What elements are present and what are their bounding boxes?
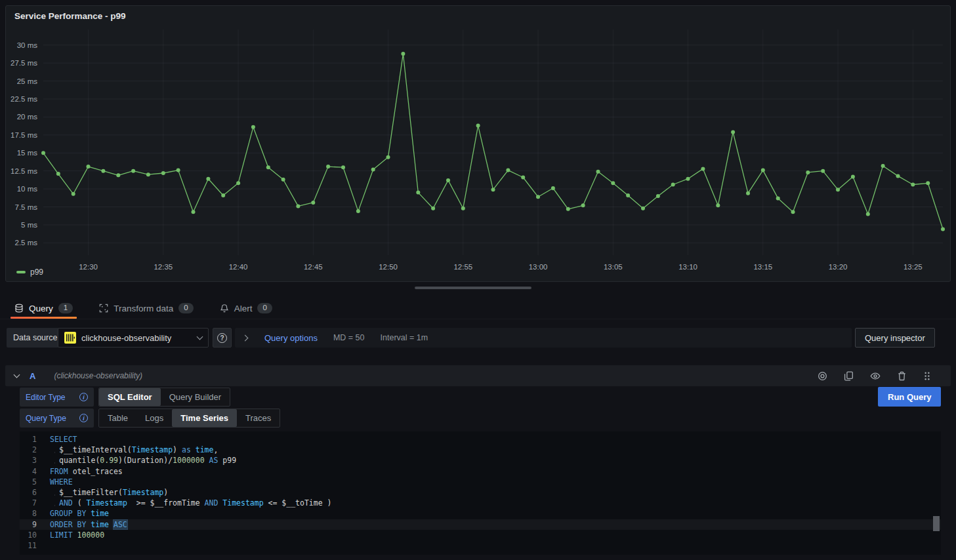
- tab-query[interactable]: Query 1: [10, 298, 77, 319]
- code-line-8[interactable]: 8GROUP BY time: [20, 508, 941, 519]
- radio-option-sql-editor[interactable]: SQL Editor: [99, 388, 161, 406]
- max-data-points-value: MD = 50: [333, 333, 365, 342]
- record-circle-icon[interactable]: [818, 371, 827, 381]
- bell-icon: [220, 304, 229, 313]
- chevron-right-icon[interactable]: [242, 334, 249, 341]
- tab-alert[interactable]: Alert 0: [216, 298, 276, 319]
- code-line-5[interactable]: 5WHERE: [20, 477, 941, 487]
- query-options-toggle[interactable]: Query options: [264, 333, 318, 343]
- data-point: [521, 176, 525, 180]
- trash-icon[interactable]: [897, 371, 907, 381]
- editor-scrollbar-thumb[interactable]: [933, 516, 940, 531]
- code-line-2[interactable]: 2$__timeInterval(Timestamp) as time,: [20, 445, 941, 455]
- data-point: [566, 207, 570, 211]
- eye-icon[interactable]: [870, 371, 881, 381]
- data-point: [626, 193, 630, 197]
- data-point: [177, 169, 180, 172]
- query-row-header[interactable]: A (clickhouse-observability): [5, 365, 951, 386]
- timeseries-chart[interactable]: 2.5 ms5 ms7.5 ms10 ms12.5 ms15 ms17.5 ms…: [6, 27, 949, 271]
- radio-option-query-builder[interactable]: Query Builder: [161, 388, 230, 406]
- copy-query-icon[interactable]: [844, 371, 854, 381]
- x-axis-tick-label: 13:00: [529, 263, 548, 271]
- datasource-help-button[interactable]: ?: [213, 328, 232, 348]
- y-axis-tick-label: 25 ms: [17, 77, 38, 85]
- data-point: [836, 188, 840, 191]
- line-number: 9: [20, 519, 37, 530]
- editor-tabs: Query 1 Transform data 0 Alert: [0, 298, 956, 319]
- code-line-4[interactable]: 4FROM otel_traces: [20, 466, 941, 477]
- data-point: [371, 168, 375, 172]
- data-point: [341, 165, 345, 169]
- radio-option-time-series[interactable]: Time Series: [172, 409, 237, 427]
- tab-transform-label: Transform data: [114, 304, 173, 313]
- data-point: [491, 188, 495, 191]
- x-axis-tick-label: 12:45: [304, 263, 323, 271]
- panel-title: Service Performance - p99: [6, 6, 950, 21]
- code-token: SELECT: [50, 435, 77, 444]
- chart-canvas[interactable]: 2.5 ms5 ms7.5 ms10 ms12.5 ms15 ms17.5 ms…: [6, 27, 949, 271]
- code-line-3[interactable]: 3quantile(0.99)(Duration)/1000000 AS p99: [20, 455, 941, 466]
- data-point: [72, 192, 75, 196]
- code-token: as: [182, 445, 191, 454]
- radio-option-traces[interactable]: Traces: [237, 409, 280, 427]
- code-token: 0.99: [100, 456, 118, 465]
- code-token: Timestamp: [132, 445, 173, 454]
- data-point: [386, 155, 390, 159]
- query-type-radio-group: TableLogsTime SeriesTraces: [98, 409, 280, 428]
- code-token: WHERE: [50, 477, 73, 487]
- drag-handle-icon[interactable]: [923, 371, 931, 381]
- data-point: [881, 164, 885, 168]
- y-axis-tick-label: 27.5 ms: [10, 59, 37, 67]
- editor-type-field-label: Editor Type i: [20, 388, 94, 407]
- data-point: [431, 207, 435, 210]
- radio-option-table[interactable]: Table: [99, 409, 136, 427]
- code-token: GROUP BY: [50, 509, 86, 518]
- query-inspector-button[interactable]: Query inspector: [855, 328, 935, 348]
- query-datasource-hint: (clickhouse-observability): [54, 371, 142, 380]
- datasource-picker[interactable]: clickhouse-observability: [58, 328, 209, 348]
- code-token: time: [91, 520, 109, 529]
- code-token: [109, 520, 114, 529]
- line-number: 5: [20, 477, 37, 487]
- run-query-button[interactable]: Run Query: [878, 387, 941, 407]
- line-number: 10: [20, 530, 37, 540]
- code-line-9[interactable]: 9ORDER BY time ASC: [20, 519, 941, 530]
- chart-legend[interactable]: p99: [16, 268, 43, 277]
- question-circle-icon: ?: [217, 333, 227, 343]
- data-point: [671, 183, 675, 187]
- data-point: [791, 210, 795, 214]
- data-point: [896, 174, 900, 178]
- info-icon[interactable]: i: [79, 393, 88, 401]
- code-line-7[interactable]: 7AND ( Timestamp >= $__fromTime AND Time…: [20, 498, 941, 508]
- y-axis-tick-label: 10 ms: [17, 185, 38, 193]
- code-token: )(Duration)/: [118, 456, 173, 465]
- radio-option-logs[interactable]: Logs: [136, 409, 172, 427]
- pane-resize-handle[interactable]: [415, 287, 531, 289]
- code-token: (: [73, 498, 87, 508]
- data-point: [131, 169, 135, 173]
- code-line-11[interactable]: 11: [20, 540, 941, 551]
- legend-series-label[interactable]: p99: [30, 268, 43, 277]
- code-token: ): [163, 488, 168, 497]
- code-token: <= $__toTime ): [264, 498, 332, 508]
- grafana-panel-edit-view: Service Performance - p99 2.5 ms5 ms7.5 …: [0, 0, 956, 560]
- code-line-1[interactable]: 1SELECT: [20, 434, 941, 445]
- query-type-field-label: Query Type i: [20, 409, 94, 428]
- y-axis-tick-label: 12.5 ms: [10, 167, 37, 175]
- code-line-6[interactable]: 6$__timeFilter(Timestamp): [20, 487, 941, 498]
- collapse-chevron-icon[interactable]: [14, 372, 20, 378]
- data-point: [806, 170, 810, 174]
- x-axis-tick-label: 12:50: [379, 263, 398, 271]
- data-point: [221, 193, 225, 197]
- x-axis-tick-label: 13:20: [829, 263, 848, 271]
- data-point: [56, 172, 60, 176]
- code-token: AND: [205, 498, 218, 508]
- sql-code-editor[interactable]: 1SELECT2$__timeInterval(Timestamp) as ti…: [20, 431, 941, 555]
- code-token: otel_traces: [68, 467, 123, 476]
- data-point: [281, 178, 285, 182]
- tab-transform-data[interactable]: Transform data 0: [95, 298, 197, 319]
- info-icon[interactable]: i: [79, 414, 88, 422]
- y-axis-tick-label: 20 ms: [17, 113, 38, 121]
- code-line-10[interactable]: 10LIMIT 100000: [20, 530, 941, 540]
- data-point: [776, 196, 780, 200]
